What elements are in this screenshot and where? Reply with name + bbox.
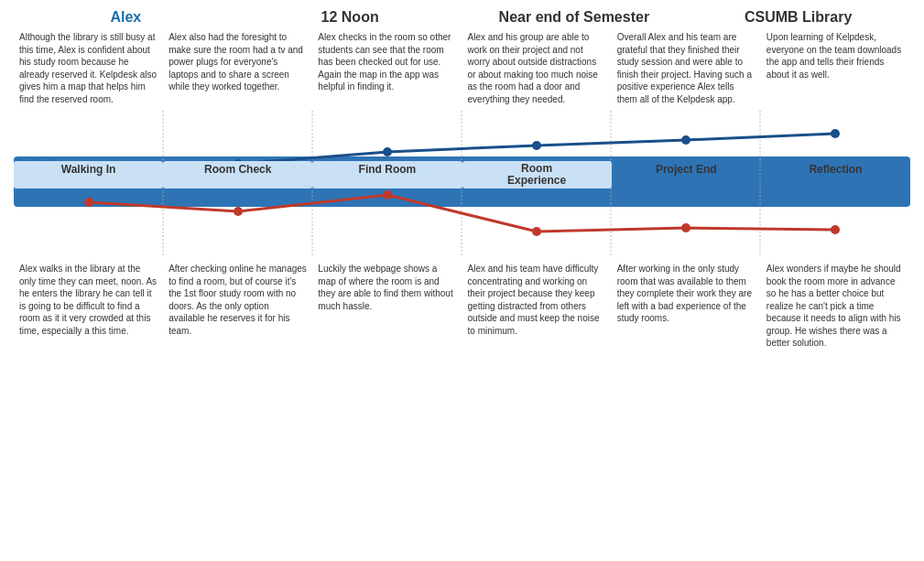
header-semester: Near end of Semester: [462, 9, 687, 26]
header-noon: 12 Noon: [238, 9, 462, 26]
svg-point-14: [532, 227, 541, 236]
header-row: Alex 12 Noon Near end of Semester CSUMB …: [14, 9, 910, 26]
header-alex: Alex: [14, 9, 238, 26]
top-text-3: Alex and his group are able to work on t…: [462, 31, 612, 105]
svg-point-15: [681, 223, 690, 232]
stage-project-end: Project End: [612, 161, 761, 189]
top-text-5: Upon learning of Kelpdesk, everyone on t…: [761, 31, 910, 105]
svg-point-8: [532, 141, 541, 150]
svg-point-7: [383, 147, 392, 156]
stage-room-experience: RoomExperience: [462, 161, 612, 189]
header-csumb: CSUMB Library: [686, 9, 910, 26]
bottom-text-4: After working in the only study room tha…: [612, 263, 761, 350]
bottom-text-5: Alex wonders if maybe he should book the…: [761, 263, 910, 350]
top-text-1: Alex also had the foresight to make sure…: [163, 31, 312, 105]
stage-room-check: Room Check: [163, 161, 312, 189]
top-text-0: Although the library is still busy at th…: [14, 31, 163, 105]
journey-area: ProjectAssignment Walking In Room Check …: [14, 111, 910, 257]
svg-point-9: [681, 135, 690, 145]
bottom-text-3: Alex and his team have difficulty concen…: [462, 263, 612, 350]
svg-point-11: [84, 198, 93, 207]
bottom-text-row: Alex walks in the library at the only ti…: [14, 263, 910, 350]
svg-point-10: [831, 129, 840, 138]
top-text-2: Alex checks in the room so other student…: [312, 31, 462, 105]
stage-reflection: Reflection: [761, 161, 910, 189]
bottom-text-0: Alex walks in the library at the only ti…: [14, 263, 163, 350]
svg-point-16: [831, 225, 840, 234]
svg-point-13: [383, 190, 392, 200]
stage-find-room: Find Room: [312, 161, 462, 189]
stage-walking-in: Walking In: [14, 161, 163, 189]
bottom-text-2: Luckily the webpage shows a map of where…: [312, 263, 462, 350]
bottom-text-1: After checking online he manages to find…: [163, 263, 312, 350]
svg-point-12: [234, 207, 243, 216]
main-container: Alex 12 Noon Near end of Semester CSUMB …: [0, 0, 924, 561]
stage-labels: Walking In Room Check Find Room RoomExpe…: [14, 161, 910, 189]
top-text-row: Although the library is still busy at th…: [14, 31, 910, 105]
top-text-4: Overall Alex and his team are grateful t…: [612, 31, 761, 105]
